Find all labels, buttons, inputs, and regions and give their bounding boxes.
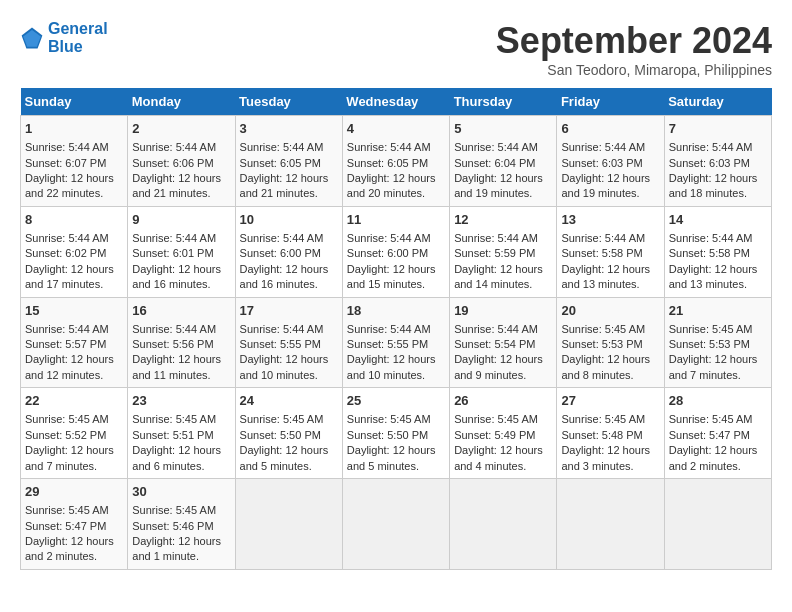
sunset-text: Sunset: 6:06 PM — [132, 157, 213, 169]
day-number: 18 — [347, 302, 445, 320]
sunset-text: Sunset: 5:53 PM — [669, 338, 750, 350]
daylight-label: Daylight: 12 hours and 10 minutes. — [347, 353, 436, 380]
title-block: September 2024 San Teodoro, Mimaropa, Ph… — [496, 20, 772, 78]
sunrise-text: Sunrise: 5:45 AM — [132, 413, 216, 425]
sunset-text: Sunset: 5:53 PM — [561, 338, 642, 350]
sunrise-text: Sunrise: 5:45 AM — [347, 413, 431, 425]
daylight-label: Daylight: 12 hours and 18 minutes. — [669, 172, 758, 199]
sunrise-text: Sunrise: 5:44 AM — [454, 232, 538, 244]
calendar-cell: 24 Sunrise: 5:45 AM Sunset: 5:50 PM Dayl… — [235, 388, 342, 479]
daylight-label: Daylight: 12 hours and 19 minutes. — [454, 172, 543, 199]
calendar-cell: 30 Sunrise: 5:45 AM Sunset: 5:46 PM Dayl… — [128, 479, 235, 570]
calendar-cell: 9 Sunrise: 5:44 AM Sunset: 6:01 PM Dayli… — [128, 206, 235, 297]
sunrise-text: Sunrise: 5:44 AM — [669, 141, 753, 153]
day-number: 20 — [561, 302, 659, 320]
calendar-cell: 29 Sunrise: 5:45 AM Sunset: 5:47 PM Dayl… — [21, 479, 128, 570]
daylight-label: Daylight: 12 hours and 19 minutes. — [561, 172, 650, 199]
day-number: 13 — [561, 211, 659, 229]
sunset-text: Sunset: 5:58 PM — [561, 247, 642, 259]
sunset-text: Sunset: 5:55 PM — [240, 338, 321, 350]
sunset-text: Sunset: 6:07 PM — [25, 157, 106, 169]
day-number: 19 — [454, 302, 552, 320]
daylight-label: Daylight: 12 hours and 7 minutes. — [25, 444, 114, 471]
calendar-cell: 22 Sunrise: 5:45 AM Sunset: 5:52 PM Dayl… — [21, 388, 128, 479]
sunset-text: Sunset: 5:48 PM — [561, 429, 642, 441]
calendar-cell: 25 Sunrise: 5:45 AM Sunset: 5:50 PM Dayl… — [342, 388, 449, 479]
daylight-label: Daylight: 12 hours and 11 minutes. — [132, 353, 221, 380]
location-subtitle: San Teodoro, Mimaropa, Philippines — [496, 62, 772, 78]
day-number: 4 — [347, 120, 445, 138]
sunset-text: Sunset: 6:03 PM — [561, 157, 642, 169]
day-number: 16 — [132, 302, 230, 320]
daylight-label: Daylight: 12 hours and 9 minutes. — [454, 353, 543, 380]
day-number: 12 — [454, 211, 552, 229]
calendar-header-row: SundayMondayTuesdayWednesdayThursdayFrid… — [21, 88, 772, 116]
sunrise-text: Sunrise: 5:44 AM — [561, 232, 645, 244]
day-number: 22 — [25, 392, 123, 410]
calendar-cell: 27 Sunrise: 5:45 AM Sunset: 5:48 PM Dayl… — [557, 388, 664, 479]
day-number: 11 — [347, 211, 445, 229]
day-number: 28 — [669, 392, 767, 410]
sunrise-text: Sunrise: 5:44 AM — [454, 141, 538, 153]
sunrise-text: Sunrise: 5:44 AM — [132, 141, 216, 153]
sunrise-text: Sunrise: 5:44 AM — [25, 232, 109, 244]
header-thursday: Thursday — [450, 88, 557, 116]
sunset-text: Sunset: 5:56 PM — [132, 338, 213, 350]
calendar-cell — [342, 479, 449, 570]
sunset-text: Sunset: 6:01 PM — [132, 247, 213, 259]
page-header: General Blue September 2024 San Teodoro,… — [20, 20, 772, 78]
calendar-cell: 8 Sunrise: 5:44 AM Sunset: 6:02 PM Dayli… — [21, 206, 128, 297]
day-number: 1 — [25, 120, 123, 138]
sunset-text: Sunset: 5:55 PM — [347, 338, 428, 350]
calendar-cell: 10 Sunrise: 5:44 AM Sunset: 6:00 PM Dayl… — [235, 206, 342, 297]
sunrise-text: Sunrise: 5:44 AM — [454, 323, 538, 335]
sunrise-text: Sunrise: 5:44 AM — [132, 323, 216, 335]
daylight-label: Daylight: 12 hours and 3 minutes. — [561, 444, 650, 471]
day-number: 15 — [25, 302, 123, 320]
sunrise-text: Sunrise: 5:45 AM — [25, 413, 109, 425]
sunrise-text: Sunrise: 5:44 AM — [347, 323, 431, 335]
calendar-cell: 3 Sunrise: 5:44 AM Sunset: 6:05 PM Dayli… — [235, 116, 342, 207]
sunrise-text: Sunrise: 5:45 AM — [561, 323, 645, 335]
calendar-cell: 4 Sunrise: 5:44 AM Sunset: 6:05 PM Dayli… — [342, 116, 449, 207]
calendar-table: SundayMondayTuesdayWednesdayThursdayFrid… — [20, 88, 772, 570]
sunrise-text: Sunrise: 5:44 AM — [561, 141, 645, 153]
daylight-label: Daylight: 12 hours and 13 minutes. — [561, 263, 650, 290]
sunrise-text: Sunrise: 5:44 AM — [347, 232, 431, 244]
sunset-text: Sunset: 5:51 PM — [132, 429, 213, 441]
sunrise-text: Sunrise: 5:45 AM — [132, 504, 216, 516]
calendar-cell: 14 Sunrise: 5:44 AM Sunset: 5:58 PM Dayl… — [664, 206, 771, 297]
calendar-cell — [235, 479, 342, 570]
day-number: 6 — [561, 120, 659, 138]
header-sunday: Sunday — [21, 88, 128, 116]
header-tuesday: Tuesday — [235, 88, 342, 116]
daylight-label: Daylight: 12 hours and 2 minutes. — [669, 444, 758, 471]
day-number: 21 — [669, 302, 767, 320]
sunset-text: Sunset: 5:57 PM — [25, 338, 106, 350]
sunrise-text: Sunrise: 5:44 AM — [132, 232, 216, 244]
sunrise-text: Sunrise: 5:44 AM — [25, 323, 109, 335]
daylight-label: Daylight: 12 hours and 16 minutes. — [132, 263, 221, 290]
sunrise-text: Sunrise: 5:44 AM — [240, 141, 324, 153]
daylight-label: Daylight: 12 hours and 16 minutes. — [240, 263, 329, 290]
sunrise-text: Sunrise: 5:44 AM — [240, 323, 324, 335]
day-number: 2 — [132, 120, 230, 138]
sunset-text: Sunset: 6:05 PM — [240, 157, 321, 169]
day-number: 26 — [454, 392, 552, 410]
logo: General Blue — [20, 20, 108, 56]
day-number: 25 — [347, 392, 445, 410]
daylight-label: Daylight: 12 hours and 4 minutes. — [454, 444, 543, 471]
daylight-label: Daylight: 12 hours and 1 minute. — [132, 535, 221, 562]
sunset-text: Sunset: 5:49 PM — [454, 429, 535, 441]
calendar-cell: 21 Sunrise: 5:45 AM Sunset: 5:53 PM Dayl… — [664, 297, 771, 388]
header-monday: Monday — [128, 88, 235, 116]
sunset-text: Sunset: 5:54 PM — [454, 338, 535, 350]
calendar-cell — [450, 479, 557, 570]
sunrise-text: Sunrise: 5:45 AM — [669, 413, 753, 425]
header-wednesday: Wednesday — [342, 88, 449, 116]
daylight-label: Daylight: 12 hours and 7 minutes. — [669, 353, 758, 380]
calendar-cell: 16 Sunrise: 5:44 AM Sunset: 5:56 PM Dayl… — [128, 297, 235, 388]
sunset-text: Sunset: 6:03 PM — [669, 157, 750, 169]
sunset-text: Sunset: 5:59 PM — [454, 247, 535, 259]
daylight-label: Daylight: 12 hours and 6 minutes. — [132, 444, 221, 471]
